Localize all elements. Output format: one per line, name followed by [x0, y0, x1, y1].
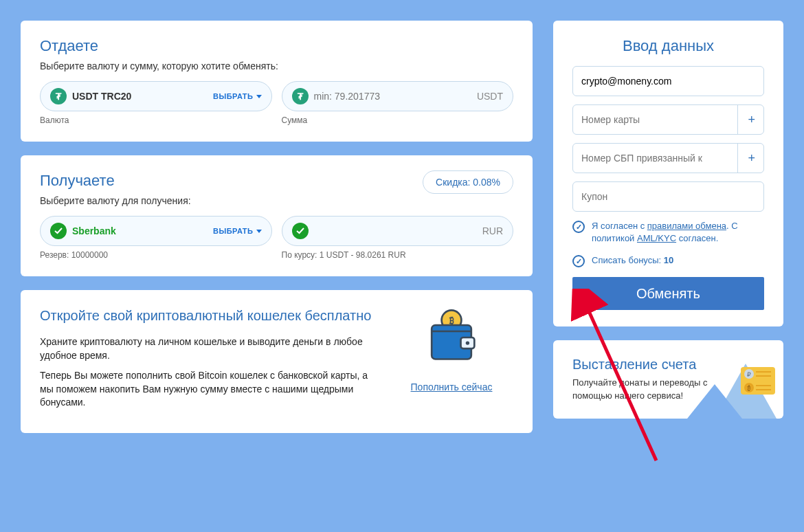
receive-subtitle: Выберите валюту для получения: [40, 195, 513, 206]
agree-text: Я согласен с правилами обмена. С политик… [592, 220, 764, 245]
receive-amount-field[interactable]: RUR [282, 216, 514, 246]
coupon-input[interactable] [581, 191, 755, 202]
svg-point-4 [466, 341, 469, 344]
bonus-text: Списать бонусы: 10 [592, 254, 673, 267]
sberbank-icon [292, 223, 309, 239]
receive-reserve-label: Резерв: 10000000 [40, 250, 272, 260]
give-amount-field[interactable]: ₮ USDT [282, 81, 514, 111]
sbp-number-input[interactable] [581, 153, 737, 164]
give-subtitle: Выберите валюту и сумму, которую хотите … [40, 60, 513, 71]
agree-checkbox[interactable] [572, 221, 585, 233]
give-currency-name: USDT TRC20 [72, 91, 131, 102]
tether-icon: ₮ [292, 88, 309, 104]
chevron-down-icon [256, 230, 262, 233]
card-number-input[interactable] [581, 114, 737, 125]
wallet-icon: ₿ [421, 307, 482, 368]
tether-icon: ₮ [50, 88, 67, 104]
receive-currency-select[interactable]: Sberbank ВЫБРАТЬ [40, 216, 272, 246]
data-entry-card: Ввод данных + + Я согласен с правилами о… [553, 21, 783, 326]
svg-text:₿: ₿ [747, 385, 750, 392]
invoice-card[interactable]: Выставление счета Получайте донаты и пер… [553, 340, 783, 418]
data-entry-title: Ввод данных [572, 37, 764, 55]
receive-amount-input[interactable] [314, 225, 482, 236]
card-number-field[interactable]: + [572, 104, 764, 135]
exchange-button[interactable]: Обменять [572, 277, 764, 310]
wallet-p2: Теперь Вы можете пополнить свой Bitcoin … [40, 369, 376, 410]
receive-select-button[interactable]: ВЫБРАТЬ [213, 227, 262, 235]
receive-card: Скидка: 0.08% Получаете Выберите валюту … [21, 155, 533, 276]
discount-badge: Скидка: 0.08% [423, 170, 513, 194]
wallet-promo-card: Откройте свой криптовалютный кошелек бес… [21, 290, 533, 433]
receive-rate-label: По курсу: 1 USDT - 98.0261 RUR [282, 250, 514, 260]
bonus-checkbox-row: Списать бонусы: 10 [572, 254, 764, 267]
svg-text:₽: ₽ [747, 371, 751, 378]
give-ticker: USDT [477, 91, 503, 102]
give-amount-input[interactable] [314, 91, 477, 102]
refill-link[interactable]: Пополнить сейчас [411, 381, 493, 392]
rules-link[interactable]: правилами обмена [647, 221, 726, 231]
receive-ticker: RUR [482, 225, 503, 236]
give-title: Отдаете [40, 37, 513, 55]
email-input[interactable] [581, 76, 755, 87]
wallet-title: Откройте свой криптовалютный кошелек бес… [40, 307, 376, 324]
wallet-p1: Храните криптовалюту на личном кошельке … [40, 335, 376, 362]
invoice-decoration-icon: ₿ ₽ [687, 357, 783, 419]
give-card: Отдаете Выберите валюту и сумму, которую… [21, 21, 533, 142]
chevron-down-icon [256, 95, 262, 98]
give-amount-label: Сумма [282, 115, 514, 125]
receive-currency-name: Sberbank [72, 225, 116, 236]
email-field[interactable] [572, 66, 764, 96]
aml-link[interactable]: AML/KYC [637, 233, 676, 243]
agree-checkbox-row: Я согласен с правилами обмена. С политик… [572, 220, 764, 245]
give-currency-label: Валюта [40, 115, 272, 125]
sberbank-icon [50, 223, 67, 239]
add-sbp-button[interactable]: + [737, 144, 755, 173]
give-currency-select[interactable]: ₮ USDT TRC20 ВЫБРАТЬ [40, 81, 272, 111]
sbp-number-field[interactable]: + [572, 143, 764, 173]
bonus-checkbox[interactable] [572, 255, 585, 267]
give-select-button[interactable]: ВЫБРАТЬ [213, 92, 262, 100]
coupon-field[interactable] [572, 181, 764, 212]
add-card-button[interactable]: + [737, 105, 755, 134]
